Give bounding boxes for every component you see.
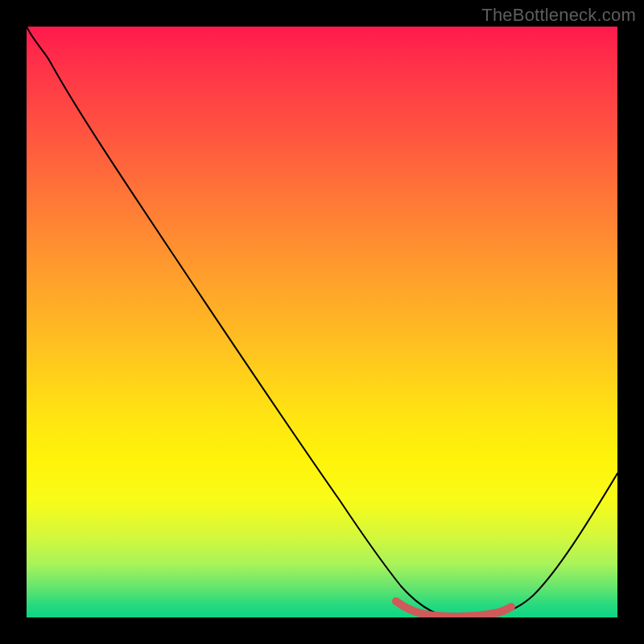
bottleneck-curve — [27, 27, 617, 617]
plot-area — [27, 27, 617, 617]
watermark-text: TheBottleneck.com — [481, 5, 636, 26]
chart-frame: TheBottleneck.com — [0, 0, 644, 644]
optimal-range-highlight — [396, 601, 511, 617]
curve-layer — [27, 27, 617, 617]
